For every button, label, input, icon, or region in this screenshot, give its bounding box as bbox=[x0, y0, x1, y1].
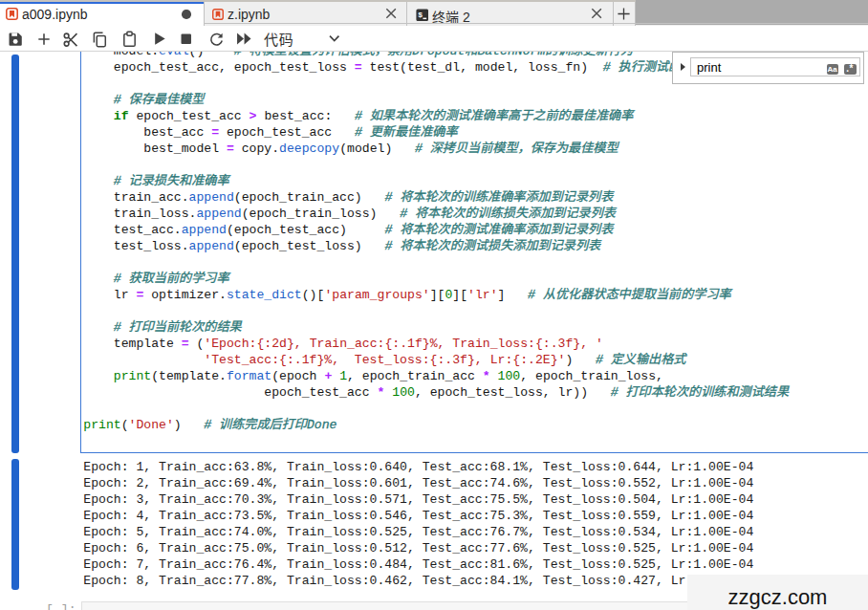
svg-text:$: $ bbox=[418, 11, 423, 19]
